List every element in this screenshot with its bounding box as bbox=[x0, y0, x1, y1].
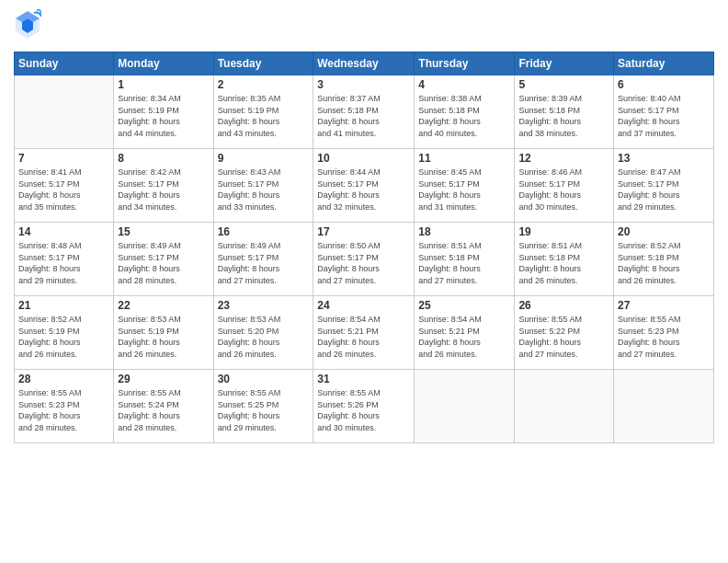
day-number: 25 bbox=[418, 299, 510, 312]
calendar-cell: 8Sunrise: 8:42 AM Sunset: 5:17 PM Daylig… bbox=[114, 149, 213, 223]
day-info: Sunrise: 8:54 AM Sunset: 5:21 PM Dayligh… bbox=[418, 314, 510, 360]
day-info: Sunrise: 8:55 AM Sunset: 5:24 PM Dayligh… bbox=[118, 387, 209, 433]
calendar-cell: 20Sunrise: 8:52 AM Sunset: 5:18 PM Dayli… bbox=[614, 223, 714, 296]
day-number: 17 bbox=[317, 225, 410, 238]
day-number: 9 bbox=[218, 152, 310, 165]
day-number: 23 bbox=[218, 299, 310, 312]
day-info: Sunrise: 8:44 AM Sunset: 5:17 PM Dayligh… bbox=[317, 167, 410, 213]
day-number: 11 bbox=[418, 152, 510, 165]
day-number: 3 bbox=[317, 78, 410, 91]
calendar-cell: 14Sunrise: 8:48 AM Sunset: 5:17 PM Dayli… bbox=[15, 223, 114, 296]
calendar-table: SundayMondayTuesdayWednesdayThursdayFrid… bbox=[14, 52, 714, 443]
weekday-header: Tuesday bbox=[213, 52, 313, 75]
calendar-cell: 22Sunrise: 8:53 AM Sunset: 5:19 PM Dayli… bbox=[114, 296, 213, 370]
weekday-header: Thursday bbox=[415, 52, 515, 75]
day-number: 4 bbox=[418, 78, 510, 91]
calendar-week-row: 1Sunrise: 8:34 AM Sunset: 5:19 PM Daylig… bbox=[15, 75, 714, 149]
day-info: Sunrise: 8:55 AM Sunset: 5:23 PM Dayligh… bbox=[618, 314, 710, 360]
day-number: 21 bbox=[18, 299, 109, 312]
calendar-cell bbox=[614, 370, 714, 443]
calendar-cell: 6Sunrise: 8:40 AM Sunset: 5:17 PM Daylig… bbox=[614, 75, 714, 149]
day-info: Sunrise: 8:55 AM Sunset: 5:26 PM Dayligh… bbox=[317, 387, 410, 433]
day-info: Sunrise: 8:49 AM Sunset: 5:17 PM Dayligh… bbox=[218, 240, 310, 286]
calendar-cell: 26Sunrise: 8:55 AM Sunset: 5:22 PM Dayli… bbox=[515, 296, 614, 370]
page-container: SundayMondayTuesdayWednesdayThursdayFrid… bbox=[0, 0, 728, 453]
calendar-week-row: 28Sunrise: 8:55 AM Sunset: 5:23 PM Dayli… bbox=[15, 370, 714, 443]
day-number: 8 bbox=[118, 152, 209, 165]
day-number: 28 bbox=[18, 373, 109, 385]
day-info: Sunrise: 8:35 AM Sunset: 5:19 PM Dayligh… bbox=[218, 93, 310, 139]
day-info: Sunrise: 8:53 AM Sunset: 5:19 PM Dayligh… bbox=[118, 314, 209, 360]
day-number: 10 bbox=[317, 152, 410, 165]
day-info: Sunrise: 8:51 AM Sunset: 5:18 PM Dayligh… bbox=[418, 240, 510, 286]
calendar-cell: 2Sunrise: 8:35 AM Sunset: 5:19 PM Daylig… bbox=[213, 75, 313, 149]
header bbox=[14, 9, 714, 44]
calendar-cell: 15Sunrise: 8:49 AM Sunset: 5:17 PM Dayli… bbox=[114, 223, 213, 296]
day-info: Sunrise: 8:41 AM Sunset: 5:17 PM Dayligh… bbox=[18, 167, 109, 213]
day-info: Sunrise: 8:43 AM Sunset: 5:17 PM Dayligh… bbox=[218, 167, 310, 213]
calendar-header-row: SundayMondayTuesdayWednesdayThursdayFrid… bbox=[15, 52, 714, 75]
weekday-header: Friday bbox=[515, 52, 614, 75]
day-info: Sunrise: 8:50 AM Sunset: 5:17 PM Dayligh… bbox=[317, 240, 410, 286]
day-number: 16 bbox=[218, 225, 310, 238]
calendar-cell: 30Sunrise: 8:55 AM Sunset: 5:25 PM Dayli… bbox=[213, 370, 313, 443]
calendar-cell: 9Sunrise: 8:43 AM Sunset: 5:17 PM Daylig… bbox=[213, 149, 313, 223]
weekday-header: Wednesday bbox=[313, 52, 415, 75]
calendar-cell: 3Sunrise: 8:37 AM Sunset: 5:18 PM Daylig… bbox=[313, 75, 415, 149]
day-number: 24 bbox=[317, 299, 410, 312]
calendar-cell: 13Sunrise: 8:47 AM Sunset: 5:17 PM Dayli… bbox=[614, 149, 714, 223]
calendar-cell: 1Sunrise: 8:34 AM Sunset: 5:19 PM Daylig… bbox=[114, 75, 213, 149]
logo bbox=[14, 9, 45, 44]
calendar-cell: 23Sunrise: 8:53 AM Sunset: 5:20 PM Dayli… bbox=[213, 296, 313, 370]
day-number: 31 bbox=[317, 373, 410, 385]
day-number: 2 bbox=[218, 78, 310, 91]
day-info: Sunrise: 8:51 AM Sunset: 5:18 PM Dayligh… bbox=[518, 240, 609, 286]
calendar-cell: 16Sunrise: 8:49 AM Sunset: 5:17 PM Dayli… bbox=[213, 223, 313, 296]
day-info: Sunrise: 8:39 AM Sunset: 5:18 PM Dayligh… bbox=[518, 93, 609, 139]
calendar-cell: 7Sunrise: 8:41 AM Sunset: 5:17 PM Daylig… bbox=[15, 149, 114, 223]
calendar-cell: 24Sunrise: 8:54 AM Sunset: 5:21 PM Dayli… bbox=[313, 296, 415, 370]
day-number: 18 bbox=[418, 225, 510, 238]
calendar-cell: 10Sunrise: 8:44 AM Sunset: 5:17 PM Dayli… bbox=[313, 149, 415, 223]
day-number: 12 bbox=[518, 152, 609, 165]
day-number: 30 bbox=[218, 373, 310, 385]
day-info: Sunrise: 8:54 AM Sunset: 5:21 PM Dayligh… bbox=[317, 314, 410, 360]
day-info: Sunrise: 8:45 AM Sunset: 5:17 PM Dayligh… bbox=[418, 167, 510, 213]
weekday-header: Saturday bbox=[614, 52, 714, 75]
day-info: Sunrise: 8:55 AM Sunset: 5:23 PM Dayligh… bbox=[18, 387, 109, 433]
day-info: Sunrise: 8:55 AM Sunset: 5:22 PM Dayligh… bbox=[518, 314, 609, 360]
calendar-cell: 21Sunrise: 8:52 AM Sunset: 5:19 PM Dayli… bbox=[15, 296, 114, 370]
day-number: 1 bbox=[118, 78, 209, 91]
day-info: Sunrise: 8:34 AM Sunset: 5:19 PM Dayligh… bbox=[118, 93, 209, 139]
weekday-header: Sunday bbox=[15, 52, 114, 75]
day-info: Sunrise: 8:52 AM Sunset: 5:18 PM Dayligh… bbox=[618, 240, 710, 286]
calendar-cell: 31Sunrise: 8:55 AM Sunset: 5:26 PM Dayli… bbox=[313, 370, 415, 443]
day-info: Sunrise: 8:52 AM Sunset: 5:19 PM Dayligh… bbox=[18, 314, 109, 360]
calendar-week-row: 14Sunrise: 8:48 AM Sunset: 5:17 PM Dayli… bbox=[15, 223, 714, 296]
day-number: 7 bbox=[18, 152, 109, 165]
calendar-cell: 27Sunrise: 8:55 AM Sunset: 5:23 PM Dayli… bbox=[614, 296, 714, 370]
day-number: 27 bbox=[618, 299, 710, 312]
day-info: Sunrise: 8:48 AM Sunset: 5:17 PM Dayligh… bbox=[18, 240, 109, 286]
day-info: Sunrise: 8:53 AM Sunset: 5:20 PM Dayligh… bbox=[218, 314, 310, 360]
calendar-cell: 11Sunrise: 8:45 AM Sunset: 5:17 PM Dayli… bbox=[415, 149, 515, 223]
day-number: 6 bbox=[618, 78, 710, 91]
day-info: Sunrise: 8:37 AM Sunset: 5:18 PM Dayligh… bbox=[317, 93, 410, 139]
day-info: Sunrise: 8:46 AM Sunset: 5:17 PM Dayligh… bbox=[518, 167, 609, 213]
calendar-cell: 19Sunrise: 8:51 AM Sunset: 5:18 PM Dayli… bbox=[515, 223, 614, 296]
logo-icon bbox=[14, 9, 41, 40]
calendar-cell: 28Sunrise: 8:55 AM Sunset: 5:23 PM Dayli… bbox=[15, 370, 114, 443]
calendar-week-row: 21Sunrise: 8:52 AM Sunset: 5:19 PM Dayli… bbox=[15, 296, 714, 370]
day-number: 19 bbox=[518, 225, 609, 238]
day-info: Sunrise: 8:55 AM Sunset: 5:25 PM Dayligh… bbox=[218, 387, 310, 433]
day-info: Sunrise: 8:38 AM Sunset: 5:18 PM Dayligh… bbox=[418, 93, 510, 139]
day-number: 20 bbox=[618, 225, 710, 238]
day-info: Sunrise: 8:42 AM Sunset: 5:17 PM Dayligh… bbox=[118, 167, 209, 213]
calendar-cell bbox=[415, 370, 515, 443]
calendar-cell: 29Sunrise: 8:55 AM Sunset: 5:24 PM Dayli… bbox=[114, 370, 213, 443]
day-number: 5 bbox=[518, 78, 609, 91]
calendar-week-row: 7Sunrise: 8:41 AM Sunset: 5:17 PM Daylig… bbox=[15, 149, 714, 223]
calendar-cell: 17Sunrise: 8:50 AM Sunset: 5:17 PM Dayli… bbox=[313, 223, 415, 296]
calendar-cell: 4Sunrise: 8:38 AM Sunset: 5:18 PM Daylig… bbox=[415, 75, 515, 149]
calendar-cell: 12Sunrise: 8:46 AM Sunset: 5:17 PM Dayli… bbox=[515, 149, 614, 223]
